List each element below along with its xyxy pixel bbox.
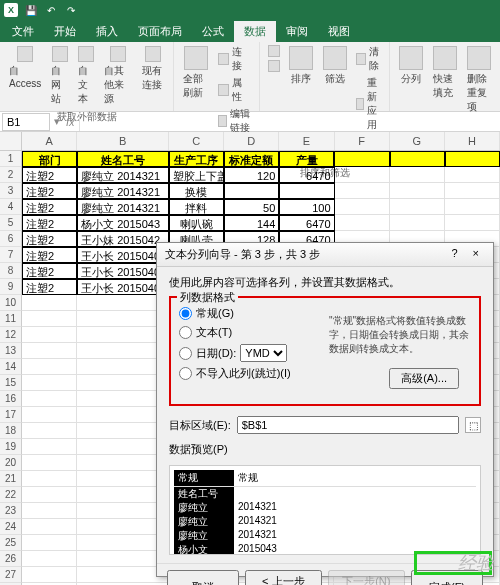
row-header[interactable]: 11 xyxy=(0,311,22,327)
cell[interactable] xyxy=(77,311,169,327)
cell[interactable] xyxy=(390,199,445,215)
tab-formulas[interactable]: 公式 xyxy=(192,21,234,42)
row-header[interactable]: 24 xyxy=(0,519,22,535)
cell[interactable] xyxy=(77,439,169,455)
row-header[interactable]: 13 xyxy=(0,343,22,359)
row-header[interactable]: 17 xyxy=(0,407,22,423)
cell[interactable]: 注塑2 xyxy=(22,263,77,279)
properties-button[interactable]: 属性 xyxy=(216,75,253,105)
row-header[interactable]: 25 xyxy=(0,535,22,551)
cell[interactable] xyxy=(22,359,77,375)
tab-layout[interactable]: 页面布局 xyxy=(128,21,192,42)
cell-header[interactable]: 生产工序 xyxy=(169,151,224,167)
cell[interactable] xyxy=(22,439,77,455)
cell[interactable] xyxy=(22,375,77,391)
cell[interactable]: 喇叭碗 xyxy=(169,215,224,231)
col-header[interactable]: C xyxy=(169,132,224,150)
cell[interactable] xyxy=(390,215,445,231)
tab-insert[interactable]: 插入 xyxy=(86,21,128,42)
cell[interactable]: 注塑2 xyxy=(22,215,77,231)
col-header[interactable]: G xyxy=(390,132,445,150)
row-header[interactable]: 7 xyxy=(0,247,22,263)
cell[interactable]: 拌料 xyxy=(169,199,224,215)
cell[interactable] xyxy=(390,151,445,167)
date-format-select[interactable]: YMD xyxy=(240,344,287,362)
clear-button[interactable]: 清除 xyxy=(354,44,383,74)
cell[interactable]: 144 xyxy=(224,215,279,231)
col-header[interactable]: H xyxy=(445,132,500,150)
cell[interactable] xyxy=(77,295,169,311)
radio-general-input[interactable] xyxy=(179,307,192,320)
col-header[interactable]: F xyxy=(335,132,390,150)
from-web-button[interactable]: 自网站 xyxy=(48,44,71,108)
cell-header[interactable]: 产量 xyxy=(279,151,334,167)
text-to-columns-button[interactable]: 分列 xyxy=(396,44,426,88)
cell[interactable] xyxy=(22,519,77,535)
cell[interactable] xyxy=(77,359,169,375)
chevron-down-icon[interactable]: ▾ xyxy=(52,115,62,128)
cell[interactable] xyxy=(77,551,169,567)
cell[interactable]: 廖纯立 2014321 xyxy=(77,167,169,183)
row-header[interactable]: 8 xyxy=(0,263,22,279)
cell[interactable] xyxy=(22,423,77,439)
cell[interactable]: 6470 xyxy=(279,215,334,231)
cell[interactable] xyxy=(22,455,77,471)
row-header[interactable]: 14 xyxy=(0,359,22,375)
cell[interactable] xyxy=(77,407,169,423)
col-header[interactable]: B xyxy=(77,132,169,150)
remove-dup-button[interactable]: 删除重复项 xyxy=(464,44,494,116)
cell[interactable]: 注塑2 xyxy=(22,167,77,183)
formula-input[interactable] xyxy=(79,113,500,131)
radio-date-input[interactable] xyxy=(179,347,192,360)
cell[interactable] xyxy=(335,199,390,215)
cell[interactable]: 换模 xyxy=(169,183,224,199)
cell[interactable] xyxy=(390,183,445,199)
row-header[interactable]: 19 xyxy=(0,439,22,455)
save-icon[interactable]: 💾 xyxy=(24,3,38,17)
cell-header[interactable]: 姓名工号 xyxy=(77,151,169,167)
tab-review[interactable]: 审阅 xyxy=(276,21,318,42)
connections-button[interactable]: 连接 xyxy=(216,44,253,74)
cell[interactable] xyxy=(22,343,77,359)
row-header[interactable]: 6 xyxy=(0,231,22,247)
from-text-button[interactable]: 自文本 xyxy=(75,44,98,108)
cell[interactable] xyxy=(77,519,169,535)
cell[interactable]: 注塑2 xyxy=(22,279,77,295)
col-header[interactable]: E xyxy=(279,132,334,150)
row-header[interactable]: 18 xyxy=(0,423,22,439)
row-header[interactable]: 16 xyxy=(0,391,22,407)
cell[interactable]: 注塑2 xyxy=(22,199,77,215)
cell[interactable] xyxy=(22,487,77,503)
tab-data[interactable]: 数据 xyxy=(234,21,276,42)
row-header[interactable]: 26 xyxy=(0,551,22,567)
cell[interactable]: 注塑2 xyxy=(22,183,77,199)
tab-home[interactable]: 开始 xyxy=(44,21,86,42)
help-icon[interactable]: ? xyxy=(445,247,463,259)
sort-button[interactable]: 排序 xyxy=(286,44,316,88)
cell[interactable]: 注塑2 xyxy=(22,247,77,263)
cell[interactable] xyxy=(224,183,279,199)
existing-conn-button[interactable]: 现有连接 xyxy=(139,44,167,94)
row-header[interactable]: 5 xyxy=(0,215,22,231)
cell[interactable] xyxy=(77,343,169,359)
sort-az-button[interactable] xyxy=(266,44,282,58)
row-header[interactable]: 3 xyxy=(0,183,22,199)
cell[interactable] xyxy=(77,535,169,551)
cell[interactable] xyxy=(445,199,500,215)
cell[interactable]: 6470 xyxy=(279,167,334,183)
col-header[interactable]: A xyxy=(22,132,77,150)
name-box[interactable] xyxy=(2,113,50,131)
cell[interactable] xyxy=(279,183,334,199)
from-other-button[interactable]: 自其他来源 xyxy=(101,44,135,108)
cell[interactable]: 注塑2 xyxy=(22,231,77,247)
radio-skip-input[interactable] xyxy=(179,367,192,380)
row-header[interactable]: 4 xyxy=(0,199,22,215)
cell[interactable] xyxy=(445,151,500,167)
cell[interactable] xyxy=(334,151,389,167)
flash-fill-button[interactable]: 快速填充 xyxy=(430,44,460,102)
row-header[interactable]: 12 xyxy=(0,327,22,343)
col-header[interactable]: D xyxy=(224,132,279,150)
cell[interactable]: 塑胶上下盖 xyxy=(169,167,224,183)
cell[interactable] xyxy=(22,391,77,407)
dialog-titlebar[interactable]: 文本分列向导 - 第 3 步，共 3 步 ? × xyxy=(157,243,493,267)
